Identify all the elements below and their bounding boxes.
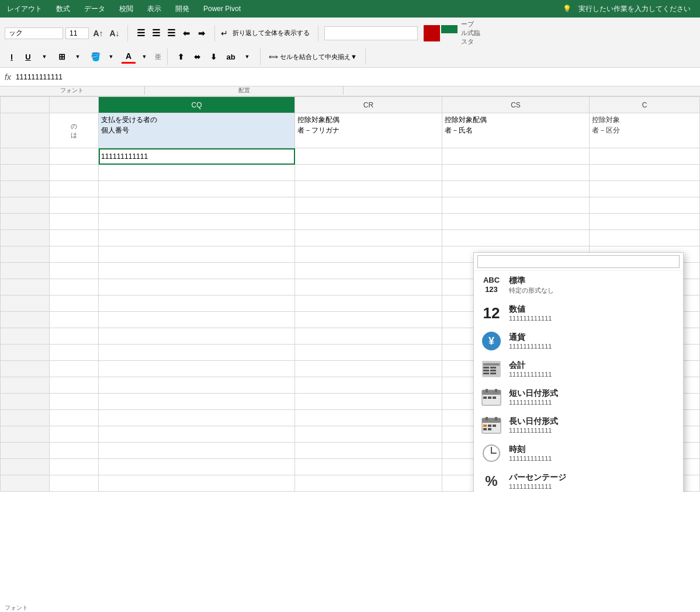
cell-cs-empty[interactable] [442,181,590,197]
font-size-increase-btn[interactable]: A↑ [91,26,105,40]
cell-cr-empty[interactable] [295,295,442,312]
align-right-icon[interactable]: ☰ [164,26,178,40]
cell-cr-empty[interactable] [295,361,442,377]
align-center-icon[interactable]: ☰ [149,26,163,40]
cell-ct-empty[interactable] [590,197,700,214]
cell-cq-empty[interactable] [99,475,295,492]
cell-cr-empty[interactable] [295,165,442,181]
cell-cs-empty[interactable] [442,214,590,230]
cell-cr-empty[interactable] [295,426,442,443]
cell-cr-empty[interactable] [295,312,442,328]
cell-cs-empty[interactable] [442,165,590,181]
font-size-input[interactable] [65,27,89,39]
col-header-ct[interactable]: C [590,97,700,113]
cell-cq-empty[interactable] [99,295,295,312]
cell-ct-empty[interactable] [590,181,700,197]
cell-cs-empty[interactable] [442,230,590,246]
cell-cr-empty[interactable] [295,345,442,361]
align-middle-icon[interactable]: ⬌ [190,50,204,64]
dropdown-item-time[interactable]: 時刻 111111111111 [474,439,683,467]
menu-layout[interactable]: レイアウト [5,3,44,15]
font-name-input[interactable] [5,27,63,39]
wrap-text-btn[interactable]: 折り返して全体を表示する [230,27,312,39]
dropdown-item-currency[interactable]: ¥ 通貨 111111111111 [474,327,683,355]
dropdown-item-short_date[interactable]: 短い日付形式 111111111111 [474,383,683,411]
menu-data[interactable]: データ [82,3,108,15]
cell-cr-2[interactable] [295,148,442,165]
merge-center-btn[interactable]: ⟺ セルを結合して中央揃え▼ [266,51,359,62]
align-top-icon[interactable]: ⬆ [174,50,188,64]
cell-cq-empty[interactable] [99,246,295,263]
cell-cq-empty[interactable] [99,214,295,230]
cell-cq-empty[interactable] [99,426,295,443]
cell-cq-empty[interactable] [99,230,295,246]
cell-cq-empty[interactable] [99,197,295,214]
cell-cq-empty[interactable] [99,443,295,459]
cell-cr-empty[interactable] [295,394,442,410]
col-header-cq[interactable]: CQ [99,97,295,113]
font-color-icon[interactable]: A [122,50,136,64]
cell-ct-empty[interactable] [590,230,700,246]
cell-cr-empty[interactable] [295,263,442,279]
text-direction-icon[interactable]: ab [224,50,238,64]
cell-cq-empty[interactable] [99,459,295,475]
dropdown-item-standard[interactable]: ABC123 標準 特定の形式なし [474,271,683,299]
underline-btn[interactable]: U [21,50,35,64]
cell-cr-1[interactable]: 控除対象配偶者－フリガナ [295,113,442,148]
border-dropdown[interactable]: ▼ [71,50,85,64]
cell-cr-empty[interactable] [295,459,442,475]
menu-formula[interactable]: 数式 [54,3,72,15]
cell-cs-2[interactable] [442,148,590,165]
bold-btn[interactable]: I [5,50,19,64]
fill-dropdown[interactable]: ▼ [104,50,118,64]
cell-cr-empty[interactable] [295,475,442,492]
dropdown-arrow-u[interactable]: ▼ [37,50,51,64]
cell-ct-2[interactable] [590,148,700,165]
menu-powerpivot[interactable]: Power Pivot [201,4,243,14]
cell-cr-empty[interactable] [295,181,442,197]
cell-cr-empty[interactable] [295,328,442,345]
cell-cq-empty[interactable] [99,410,295,426]
dropdown-search-input[interactable] [477,255,680,268]
cell-cq-empty[interactable] [99,279,295,295]
col-header-cs[interactable]: CS [442,97,590,113]
cell-cr-empty[interactable] [295,279,442,295]
cell-cq-empty[interactable] [99,361,295,377]
col-header-cr[interactable]: CR [295,97,442,113]
cell-cq-empty[interactable] [99,394,295,410]
cell-cq-empty[interactable] [99,181,295,197]
cell-cs-empty[interactable] [442,197,590,214]
font-size-decrease-btn[interactable]: A↓ [108,26,122,40]
cell-ct-1[interactable]: 控除対象者－区分 [590,113,700,148]
cell-ct-empty[interactable] [590,165,700,181]
cell-cq-empty[interactable] [99,328,295,345]
font-color-dropdown[interactable]: ▼ [137,50,151,64]
cell-cq-2[interactable]: 111111111111 [99,148,295,165]
cell-cq-1[interactable]: 支払を受ける者の個人番号 [99,113,295,148]
dropdown-item-percentage[interactable]: % パーセンテージ 111111111111 [474,467,683,492]
align-left-icon[interactable]: ☰ [134,26,148,40]
cell-ct-empty[interactable] [590,214,700,230]
cell-cr-empty[interactable] [295,443,442,459]
cell-cr-empty[interactable] [295,197,442,214]
decrease-indent-icon[interactable]: ⬅ [179,26,193,40]
menu-view[interactable]: 表示 [145,3,164,15]
dropdown-item-number[interactable]: 12 数値 111111111111 [474,299,683,327]
cell-cs-1[interactable]: 控除対象配偶者－氏名 [442,113,590,148]
format-search-input[interactable] [324,26,418,40]
increase-indent-icon[interactable]: ➡ [195,26,209,40]
text-direction-dropdown[interactable]: ▼ [240,50,254,64]
cell-cr-empty[interactable] [295,214,442,230]
cell-cq-empty[interactable] [99,165,295,181]
menu-dev[interactable]: 開発 [173,3,192,15]
dropdown-item-accounting[interactable]: 会計 111111111111 [474,355,683,383]
cell-cr-empty[interactable] [295,230,442,246]
align-bottom-icon[interactable]: ⬇ [206,50,220,64]
cell-cq-empty[interactable] [99,263,295,279]
cell-cq-empty[interactable] [99,345,295,361]
dropdown-item-long_date[interactable]: 長い日付形式 111111111111 [474,411,683,439]
fill-icon[interactable]: 🪣 [88,50,102,64]
menu-review[interactable]: 校閲 [117,3,136,15]
cell-cr-empty[interactable] [295,410,442,426]
border-icon[interactable]: ⊞ [55,50,69,64]
